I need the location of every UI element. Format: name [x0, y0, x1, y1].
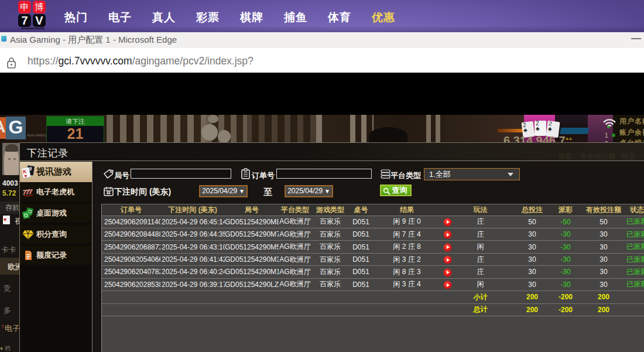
svg-text:777: 777	[22, 188, 33, 196]
